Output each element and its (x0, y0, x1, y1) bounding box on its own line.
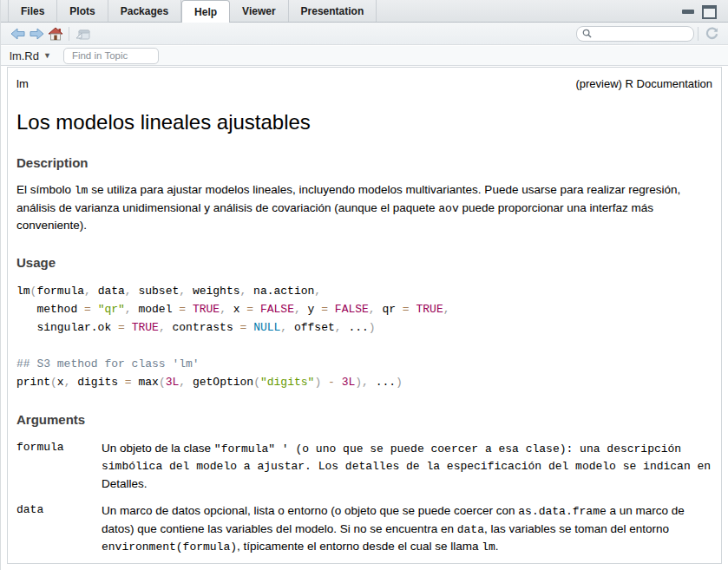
help-search-box[interactable] (576, 26, 694, 42)
code-line: ## S3 method for class 'lm' (16, 355, 712, 373)
find-in-topic-input[interactable] (63, 48, 159, 64)
usage-code-block-2: ## S3 method for class 'lm'print(x, digi… (16, 355, 712, 391)
home-button[interactable] (46, 25, 65, 43)
popout-window-icon (75, 28, 90, 40)
refresh-button[interactable] (702, 25, 721, 43)
refresh-icon (705, 26, 719, 41)
code-line: print(x, digits = max(3L, getOption("dig… (16, 373, 712, 391)
description-heading: Description (16, 155, 712, 170)
toolbar-separator-right (698, 27, 698, 41)
tab-packages-label: Packages (121, 5, 168, 17)
doc-topic: lm (16, 77, 29, 90)
forward-button[interactable] (27, 25, 46, 43)
tab-help[interactable]: Help (181, 0, 230, 23)
description-paragraph: El símbolo lm se utiliza para ajustar mo… (16, 181, 712, 234)
minimize-pane-icon[interactable] (682, 10, 694, 14)
forward-arrow-icon (30, 28, 44, 40)
pane-tab-bar: Files Plots Packages Help Viewer Present… (1, 0, 728, 23)
argument-term: formula (16, 440, 102, 493)
doc-header: lm (preview) R Documentation (16, 77, 712, 90)
code-line: lm(formula, data, subset, weights, na.ac… (16, 282, 712, 300)
tab-packages[interactable]: Packages (108, 0, 181, 22)
topic-selector[interactable]: lm.Rd ▼ (10, 49, 51, 62)
topic-bar: lm.Rd ▼ (1, 46, 728, 66)
help-toolbar (1, 23, 728, 45)
doc-type: (preview) R Documentation (575, 77, 712, 90)
back-button[interactable] (8, 25, 27, 43)
argument-description: Un marco de datos opcional, lista o ento… (102, 502, 712, 556)
help-document[interactable]: lm (preview) R Documentation Los modelos… (7, 67, 722, 564)
tab-viewer-label: Viewer (242, 5, 275, 17)
arguments-list: formula Un objeto de la clase "formula" … (16, 440, 712, 565)
code-line: method = "qr", model = TRUE, x = FALSE, … (16, 300, 712, 318)
tab-presentation[interactable]: Presentation (289, 0, 377, 22)
back-arrow-icon (10, 28, 25, 40)
code-line: singular.ok = TRUE, contrasts = NULL, of… (16, 318, 712, 337)
chevron-down-icon: ▼ (43, 51, 51, 60)
help-pane: Files Plots Packages Help Viewer Present… (0, 0, 728, 570)
argument-description: Un objeto de la clase "formula" ' (o uno… (102, 440, 712, 493)
page-title: Los modelos lineales ajustables (16, 110, 712, 134)
usage-heading: Usage (16, 255, 712, 270)
argument-row-formula: formula Un objeto de la clase "formula" … (16, 440, 712, 493)
tab-files-label: Files (21, 5, 44, 17)
arguments-heading: Arguments (16, 412, 712, 427)
tab-presentation-label: Presentation (301, 5, 364, 17)
tab-viewer[interactable]: Viewer (230, 0, 288, 22)
pane-window-controls (682, 5, 717, 19)
tab-files[interactable]: Files (8, 0, 57, 22)
help-search-input[interactable] (595, 28, 688, 40)
maximize-pane-icon[interactable] (702, 5, 717, 19)
usage-code-block-1: lm(formula, data, subset, weights, na.ac… (16, 282, 712, 337)
argument-term: data (16, 502, 102, 556)
show-in-new-window-button[interactable] (73, 25, 92, 43)
search-icon (582, 29, 592, 38)
toolbar-separator (69, 27, 69, 41)
tab-help-label: Help (194, 6, 217, 18)
argument-row-data: data Un marco de datos opcional, lista o… (16, 502, 712, 556)
home-icon (48, 27, 63, 41)
topic-name: lm.Rd (10, 49, 39, 62)
tab-plots[interactable]: Plots (57, 0, 108, 22)
tab-plots-label: Plots (69, 5, 95, 17)
